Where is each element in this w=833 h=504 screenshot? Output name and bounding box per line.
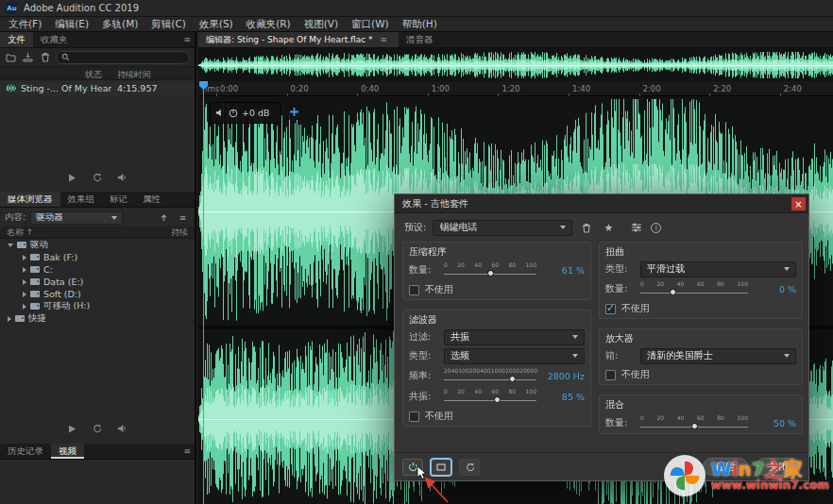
trash-icon[interactable] xyxy=(39,51,51,63)
menu-edit[interactable]: 编辑(E) xyxy=(48,18,95,31)
tree-item-c[interactable]: C: xyxy=(0,263,195,276)
tab-media-browser[interactable]: 媒体浏览器 xyxy=(0,192,60,207)
checkbox[interactable] xyxy=(605,304,616,314)
col-duration[interactable]: 持续时间 xyxy=(117,69,151,81)
overview-waveform-canvas[interactable] xyxy=(198,48,833,81)
col-name[interactable]: 名称 ↑ xyxy=(7,227,33,239)
tree-item-soft-d[interactable]: Soft (D:) xyxy=(0,288,195,300)
menu-effects[interactable]: 效果(S) xyxy=(193,18,240,31)
compressor-amount-slider[interactable]: 020406080100 xyxy=(444,260,536,279)
timeline-ruler[interactable]: hms 0:000:200:401:001:201:402:002:202:40 xyxy=(198,81,833,96)
slider-track[interactable] xyxy=(444,400,536,401)
menu-clip[interactable]: 剪辑(C) xyxy=(144,18,193,31)
open-file-icon[interactable] xyxy=(5,51,17,63)
slider-track[interactable] xyxy=(444,379,536,380)
mix-amount-slider[interactable]: 020406080100 xyxy=(640,413,748,432)
compressor-bypass[interactable]: 不使用 xyxy=(403,280,590,299)
tab-properties[interactable]: 属性 xyxy=(135,192,168,207)
effect-power-toggle[interactable] xyxy=(402,459,423,476)
slider-thumb[interactable] xyxy=(691,423,698,429)
play-icon[interactable] xyxy=(68,174,76,182)
advanced-settings-icon[interactable] xyxy=(629,220,644,235)
tree-item-drives[interactable]: 驱动 xyxy=(0,239,195,251)
checkbox[interactable] xyxy=(409,285,419,295)
snap-icon[interactable] xyxy=(286,104,302,120)
chevron-down-icon[interactable] xyxy=(8,244,13,247)
tab-history[interactable]: 历史记录 xyxy=(0,444,51,459)
volume-icon xyxy=(215,109,225,117)
tab-favorites[interactable]: 收藏夹 xyxy=(33,32,76,47)
menu-favorites[interactable]: 收藏夹(R) xyxy=(240,18,298,31)
tree-item-bak-f[interactable]: Bak (F:) xyxy=(0,251,195,263)
loop-icon[interactable] xyxy=(92,173,102,182)
menu-file[interactable]: 文件(F) xyxy=(2,18,48,31)
checkbox[interactable] xyxy=(605,370,616,380)
filter-mode-select[interactable]: 共振 xyxy=(444,329,585,345)
loop-playback-button[interactable] xyxy=(459,459,480,476)
distortion-bypass[interactable]: 不使用 xyxy=(600,299,802,318)
volume-hud[interactable]: +0 dB xyxy=(210,102,281,124)
menu-help[interactable]: 帮助(H) xyxy=(396,18,444,31)
amplifier-box-select[interactable]: 清新的美国爵士 xyxy=(640,348,796,364)
tab-mixer[interactable]: 混音器 xyxy=(399,32,441,47)
speaker-icon[interactable] xyxy=(117,173,128,182)
loop-icon[interactable] xyxy=(92,424,102,433)
filter-bypass[interactable]: 不使用 xyxy=(403,407,590,426)
chevron-right-icon[interactable] xyxy=(23,255,26,260)
panel-menu-icon[interactable] xyxy=(179,32,195,47)
file-list-item[interactable]: Sting -... Of My Heart.flac * 4:15.957 xyxy=(0,81,195,95)
distortion-amount-slider[interactable]: 020406080100 xyxy=(640,279,748,298)
col-duration-short[interactable]: 持续 xyxy=(171,227,188,239)
filter-frequency-slider[interactable]: 20401002004001000200020000 xyxy=(444,366,536,385)
tab-files[interactable]: 文件 xyxy=(0,32,33,47)
filter-type-select[interactable]: 选频 xyxy=(444,348,585,364)
slider-thumb[interactable] xyxy=(670,289,676,295)
tree-item-data-e[interactable]: Data (E:) xyxy=(0,276,195,288)
panel-menu-icon[interactable] xyxy=(377,35,392,44)
media-menu-icon[interactable] xyxy=(176,211,190,224)
checkbox[interactable] xyxy=(409,412,419,422)
favorite-star-icon[interactable] xyxy=(601,220,616,235)
distortion-type-select[interactable]: 平滑过载 xyxy=(640,261,796,277)
chevron-right-icon[interactable] xyxy=(8,316,11,322)
dialog-titlebar[interactable]: 效果 - 吉他套件 xyxy=(395,194,808,213)
tab-editor[interactable]: 编辑器: Sting - Shape Of My Heart.flac * xyxy=(198,32,399,47)
knob-icon[interactable] xyxy=(229,109,238,118)
waveform-file-icon xyxy=(5,84,17,92)
tree-item-removable-h[interactable]: 可移动 (H:) xyxy=(0,300,195,312)
playhead-line[interactable] xyxy=(203,81,204,504)
slider-thumb[interactable] xyxy=(487,270,494,277)
search-input[interactable] xyxy=(74,53,184,62)
chevron-right-icon[interactable] xyxy=(23,279,26,285)
col-status[interactable]: 状态 xyxy=(85,69,102,81)
overview-strip[interactable] xyxy=(198,48,833,81)
close-icon[interactable] xyxy=(791,197,806,210)
play-icon[interactable] xyxy=(68,425,76,433)
delete-preset-icon[interactable] xyxy=(579,220,594,235)
slider-tick: 40 xyxy=(474,388,482,395)
speaker-icon[interactable] xyxy=(117,424,128,433)
menu-view[interactable]: 视图(V) xyxy=(298,18,345,31)
panel-menu-icon[interactable] xyxy=(179,444,195,459)
filter-resonance-slider[interactable]: 020406080100 xyxy=(444,387,536,406)
content-select[interactable]: 驱动器 xyxy=(30,211,123,225)
search-box[interactable] xyxy=(56,51,190,64)
up-level-icon[interactable] xyxy=(157,211,171,224)
tab-markers[interactable]: 标记 xyxy=(102,192,135,207)
slider-track[interactable] xyxy=(640,293,748,294)
slider-thumb[interactable] xyxy=(494,396,501,403)
menu-window[interactable]: 窗口(W) xyxy=(345,18,396,31)
tree-item-shortcuts[interactable]: 快捷 xyxy=(0,312,195,325)
preview-toggle-button[interactable] xyxy=(431,459,451,476)
chevron-right-icon[interactable] xyxy=(23,292,26,297)
chevron-right-icon[interactable] xyxy=(23,304,26,310)
preset-select[interactable]: 锡罐电话 xyxy=(433,220,572,236)
tab-effects-rack[interactable]: 效果组 xyxy=(60,192,103,207)
info-icon[interactable] xyxy=(651,223,661,233)
amplifier-bypass[interactable]: 不使用 xyxy=(600,365,802,384)
import-icon[interactable] xyxy=(22,51,34,63)
chevron-right-icon[interactable] xyxy=(23,267,26,273)
slider-thumb[interactable] xyxy=(509,376,516,382)
tab-video[interactable]: 视频 xyxy=(51,444,84,459)
menu-multitrack[interactable]: 多轨(M) xyxy=(95,18,144,31)
